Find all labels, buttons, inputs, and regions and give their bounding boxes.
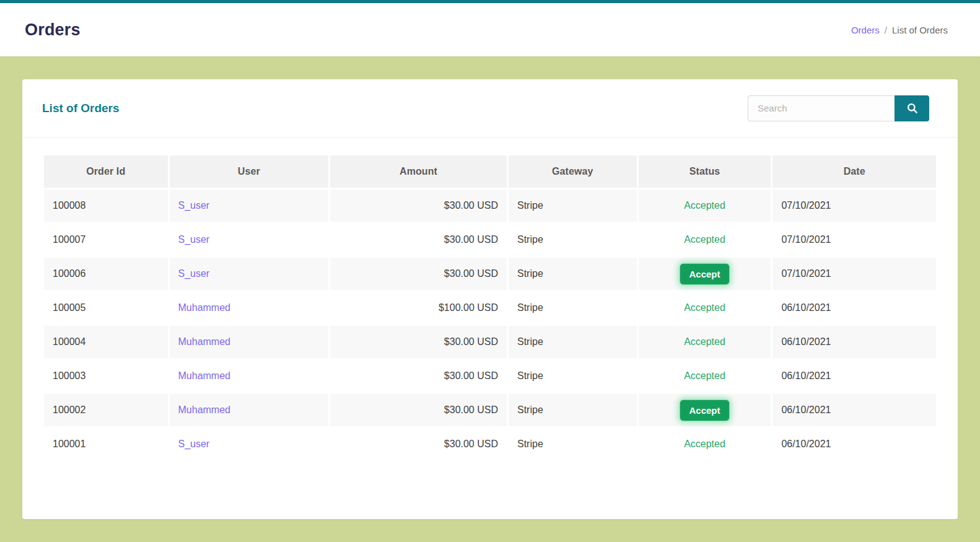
amount-cell: $30.00 USD (330, 258, 507, 290)
gateway-cell: Stripe (509, 326, 637, 358)
user-link[interactable]: Muhammed (178, 336, 230, 347)
header-date: Date (772, 155, 936, 188)
order-id-cell: 100004 (44, 326, 168, 358)
status-cell: Accept (639, 394, 771, 426)
status-label: Accepted (684, 234, 725, 245)
user-link[interactable]: S_user (178, 439, 210, 449)
breadcrumb-separator: / (885, 25, 887, 35)
status-cell: Accepted (639, 360, 771, 392)
main-content: List of Orders (0, 56, 980, 542)
gateway-cell: Stripe (509, 360, 637, 392)
search-input[interactable] (748, 95, 895, 121)
date-cell: 07/10/2021 (772, 258, 936, 290)
header-user: User (170, 155, 329, 188)
breadcrumb: Orders / List of Orders (851, 25, 948, 35)
user-cell: Muhammed (170, 394, 329, 426)
status-cell: Accept (639, 258, 771, 290)
gateway-cell: Stripe (509, 394, 637, 426)
order-id-cell: 100001 (44, 428, 168, 460)
card-body: Order Id User Amount Gateway Status Date… (22, 138, 958, 462)
date-cell: 06/10/2021 (772, 326, 936, 358)
user-cell: S_user (170, 258, 329, 290)
header-order-id: Order Id (44, 155, 168, 188)
search-group (748, 95, 929, 121)
date-cell: 06/10/2021 (772, 428, 936, 460)
user-link[interactable]: S_user (178, 268, 210, 279)
gateway-cell: Stripe (509, 190, 637, 222)
status-cell: Accepted (639, 292, 771, 324)
breadcrumb-link-orders[interactable]: Orders (851, 25, 880, 35)
table-row: 100001S_user$30.00 USDStripeAccepted06/1… (44, 428, 936, 460)
table-row: 100004Muhammed$30.00 USDStripeAccepted06… (44, 326, 936, 358)
user-cell: Muhammed (170, 326, 329, 358)
page-title: Orders (25, 20, 81, 40)
status-cell: Accepted (639, 428, 771, 460)
gateway-cell: Stripe (509, 428, 637, 460)
date-cell: 06/10/2021 (772, 394, 936, 426)
amount-cell: $100.00 USD (330, 292, 507, 324)
search-button[interactable] (895, 95, 929, 121)
order-id-cell: 100006 (44, 258, 168, 290)
orders-card: List of Orders (22, 79, 958, 519)
amount-cell: $30.00 USD (330, 394, 507, 426)
accept-button[interactable]: Accept (680, 400, 728, 421)
accept-button[interactable]: Accept (680, 264, 728, 284)
status-cell: Accepted (639, 190, 771, 222)
table-row: 100008S_user$30.00 USDStripeAccepted07/1… (44, 190, 936, 222)
table-header-row: Order Id User Amount Gateway Status Date (44, 155, 936, 188)
user-link[interactable]: Muhammed (178, 370, 230, 381)
user-link[interactable]: Muhammed (178, 302, 230, 313)
table-row: 100002Muhammed$30.00 USDStripeAccept06/1… (44, 394, 936, 426)
date-cell: 07/10/2021 (772, 190, 936, 222)
status-cell: Accepted (639, 224, 771, 256)
table-row: 100006S_user$30.00 USDStripeAccept07/10/… (44, 258, 936, 290)
orders-table: Order Id User Amount Gateway Status Date… (42, 154, 938, 462)
user-link[interactable]: Muhammed (178, 404, 230, 415)
status-label: Accepted (684, 370, 725, 381)
date-cell: 06/10/2021 (772, 292, 936, 324)
header-amount: Amount (330, 155, 507, 188)
amount-cell: $30.00 USD (330, 224, 507, 256)
date-cell: 06/10/2021 (772, 360, 936, 392)
amount-cell: $30.00 USD (330, 428, 507, 460)
order-id-cell: 100005 (44, 292, 168, 324)
status-cell: Accepted (639, 326, 771, 358)
user-link[interactable]: S_user (178, 234, 210, 245)
amount-cell: $30.00 USD (330, 190, 507, 222)
order-id-cell: 100007 (44, 224, 168, 256)
card-header: List of Orders (22, 79, 958, 138)
order-id-cell: 100003 (44, 360, 168, 392)
table-row: 100007S_user$30.00 USDStripeAccepted07/1… (44, 224, 936, 256)
gateway-cell: Stripe (509, 258, 637, 290)
status-label: Accepted (684, 200, 725, 211)
gateway-cell: Stripe (509, 292, 637, 324)
table-row: 100003Muhammed$30.00 USDStripeAccepted06… (44, 360, 936, 392)
gateway-cell: Stripe (509, 224, 637, 256)
breadcrumb-current: List of Orders (892, 25, 948, 35)
status-label: Accepted (684, 302, 725, 313)
user-cell: Muhammed (170, 360, 329, 392)
user-cell: S_user (170, 428, 329, 460)
date-cell: 07/10/2021 (772, 224, 936, 256)
user-cell: Muhammed (170, 292, 329, 324)
header-status: Status (639, 155, 771, 188)
card-title: List of Orders (42, 102, 120, 115)
status-label: Accepted (684, 439, 725, 449)
order-id-cell: 100008 (44, 190, 168, 222)
user-cell: S_user (170, 190, 329, 222)
header-gateway: Gateway (509, 155, 637, 188)
status-label: Accepted (684, 336, 725, 347)
table-row: 100005Muhammed$100.00 USDStripeAccepted0… (44, 292, 936, 324)
user-link[interactable]: S_user (178, 200, 210, 211)
magnifier-icon (906, 102, 918, 114)
amount-cell: $30.00 USD (330, 360, 507, 392)
user-cell: S_user (170, 224, 329, 256)
page-header: Orders Orders / List of Orders (0, 3, 980, 56)
order-id-cell: 100002 (44, 394, 168, 426)
amount-cell: $30.00 USD (330, 326, 507, 358)
